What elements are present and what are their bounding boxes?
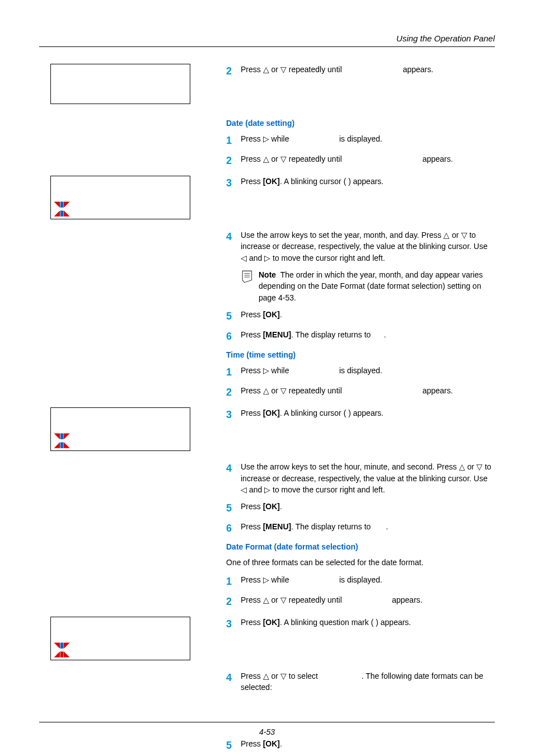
step-number: 2 [226, 594, 241, 609]
step-text: Press △ or ▽ repeatedly until appears. [241, 64, 495, 75]
page-header: Using the Operation Panel [39, 34, 495, 43]
step-text: Press △ or ▽ repeatedly until appears. [241, 594, 495, 605]
step-text: Press ▷ while is displayed. [241, 365, 495, 376]
step-number: 6 [226, 521, 241, 536]
header-rule [39, 46, 495, 47]
step-text: Press △ or ▽ repeatedly until appears. [241, 153, 495, 165]
step-text: Press [MENU]. The display returns to . [241, 521, 495, 532]
step-text: Press [OK]. [241, 309, 495, 320]
lcd-display-box: ◥▮◤ ◢▮◣ [50, 176, 190, 219]
step-number: 5 [226, 738, 241, 753]
step-number: 2 [226, 64, 241, 78]
step-number: 2 [226, 385, 241, 400]
step-text: Press [OK]. A blinking question mark ( )… [241, 617, 495, 628]
step-number: 2 [226, 153, 241, 168]
arrow-icons-red-blue: ◢▮◣ [54, 440, 69, 449]
step-number: 1 [226, 365, 241, 379]
step-text: Press [OK]. A blinking cursor ( ) appear… [241, 176, 495, 187]
step-number: 4 [226, 670, 241, 685]
time-heading: Time (time setting) [226, 350, 495, 359]
lcd-display-box [50, 64, 190, 104]
step-number: 1 [226, 574, 241, 589]
step-text: Use the arrow keys to set the year, mont… [241, 229, 495, 264]
lcd-display-box: ◥▮◤ ◢▮◣ [50, 617, 190, 660]
step-text: Press [OK]. [241, 501, 495, 512]
step-text: Press [OK]. [241, 738, 495, 749]
arrow-icons-red-blue: ◥▮◤ [54, 641, 69, 649]
step-number: 1 [226, 133, 241, 148]
note-icon [241, 269, 255, 284]
step-text: Press ▷ while is displayed. [241, 574, 495, 585]
arrow-icons-red-blue: ◥▮◤ [54, 200, 69, 208]
format-intro: One of three formats can be selected for… [226, 557, 495, 568]
step-text: Press △ or ▽ to select . The following d… [241, 670, 495, 693]
step-number: 3 [226, 407, 241, 422]
step-number: 5 [226, 309, 241, 323]
step-number: 5 [226, 501, 241, 515]
footer-rule [39, 722, 495, 722]
step-number: 4 [226, 229, 241, 244]
note-text: Note The order in which the year, month,… [259, 269, 495, 303]
arrow-icons-red-red: ◢▮◣ [54, 650, 69, 658]
step-text: Press ▷ while is displayed. [241, 133, 495, 144]
arrow-icons-red-blue: ◥▮◤ [54, 431, 69, 440]
step-text: Press [MENU]. The display returns to . [241, 329, 495, 340]
step-text: Use the arrow keys to set the hour, minu… [241, 461, 495, 495]
step-number: 4 [226, 461, 241, 476]
arrow-icons-red-blue: ◢▮◣ [54, 209, 69, 217]
step-number: 6 [226, 329, 241, 344]
lcd-display-box: ◥▮◤ ◢▮◣ [50, 407, 190, 451]
step-number: 3 [226, 617, 241, 631]
format-heading: Date Format (date format selection) [226, 542, 495, 551]
date-heading: Date (date setting) [226, 119, 495, 128]
page-number: 4-53 [0, 727, 534, 736]
step-number: 3 [226, 176, 241, 190]
step-text: Press [OK]. A blinking cursor ( ) appear… [241, 407, 495, 419]
step-text: Press △ or ▽ repeatedly until appears. [241, 385, 495, 396]
